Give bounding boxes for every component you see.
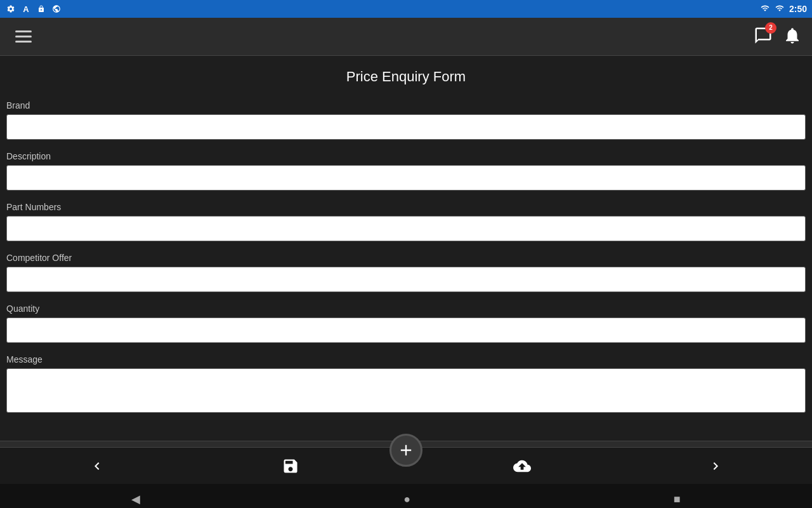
wifi-icon — [760, 4, 770, 15]
main-content: Price Enquiry Form Brand Description Par… — [0, 56, 812, 441]
android-recent-button[interactable]: ■ — [674, 493, 681, 506]
forward-button[interactable] — [619, 453, 812, 479]
quantity-label: Quantity — [6, 304, 806, 314]
status-bar-right: 2:50 — [760, 4, 807, 15]
lock-icon — [36, 3, 47, 15]
hamburger-line-2 — [15, 36, 32, 37]
form-title: Price Enquiry Form — [6, 69, 806, 85]
description-input[interactable] — [6, 165, 806, 190]
description-field-group: Description — [6, 151, 806, 190]
back-button[interactable] — [0, 453, 193, 479]
globe-icon — [51, 3, 62, 15]
hamburger-line-1 — [15, 30, 32, 32]
competitor-offer-field-group: Competitor Offer — [6, 253, 806, 292]
brand-field-group: Brand — [6, 100, 806, 140]
quantity-field-group: Quantity — [6, 304, 806, 343]
brand-input[interactable] — [6, 114, 806, 140]
time-display: 2:50 — [789, 4, 807, 14]
top-nav: 2 — [0, 18, 812, 56]
notification-button[interactable]: 2 — [754, 26, 773, 48]
description-label: Description — [6, 151, 806, 161]
competitor-offer-input[interactable] — [6, 267, 806, 292]
competitor-offer-label: Competitor Offer — [6, 253, 806, 263]
hamburger-menu[interactable] — [10, 25, 37, 48]
message-label: Message — [6, 354, 806, 364]
signal-icon — [775, 4, 784, 15]
android-back-button[interactable]: ◀ — [131, 492, 140, 506]
part-numbers-label: Part Numbers — [6, 202, 806, 212]
quantity-input[interactable] — [6, 318, 806, 343]
android-nav-bar: ◀ ● ■ — [0, 484, 812, 508]
part-numbers-field-group: Part Numbers — [6, 202, 806, 241]
save-button[interactable] — [193, 452, 387, 480]
notification-badge: 2 — [765, 22, 776, 34]
brand-label: Brand — [6, 100, 806, 110]
bottom-action-bar — [0, 447, 812, 484]
upload-button[interactable] — [425, 452, 619, 480]
status-bar-left: A — [5, 3, 62, 15]
part-numbers-input[interactable] — [6, 216, 806, 241]
status-bar: A 2:50 — [0, 0, 812, 18]
nav-right: 2 — [754, 26, 802, 48]
hamburger-line-3 — [15, 41, 32, 43]
bell-button[interactable] — [783, 26, 802, 48]
settings-icon — [5, 3, 16, 15]
message-field-group: Message — [6, 354, 806, 415]
message-input[interactable] — [6, 368, 806, 413]
android-home-button[interactable]: ● — [403, 493, 410, 506]
add-button[interactable] — [390, 434, 422, 467]
a-icon: A — [20, 3, 32, 15]
